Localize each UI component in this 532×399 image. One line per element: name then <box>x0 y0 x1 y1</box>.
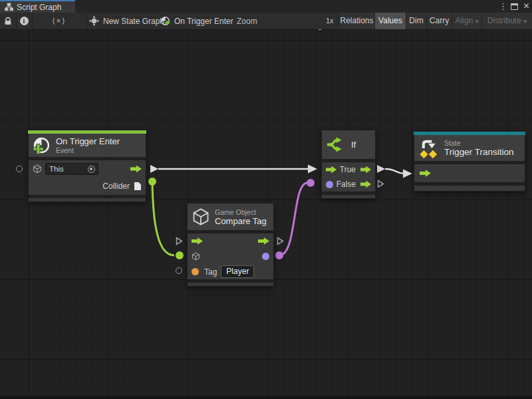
relations-button[interactable]: Relations <box>338 13 374 29</box>
new-state-graph-label: New State Graph <box>103 17 164 26</box>
align-dropdown[interactable]: Align▾ <box>452 13 481 29</box>
node-title: Compare Tag <box>215 216 267 226</box>
node-title: Trigger Transition <box>444 147 514 157</box>
condition-input-port-icon[interactable] <box>326 181 333 188</box>
code-view-button[interactable]: ⟨×⟩ <box>32 13 86 29</box>
graph-icon <box>5 3 13 11</box>
close-icon[interactable]: ✕ <box>522 0 531 13</box>
game-object-cube-icon <box>192 207 210 226</box>
event-icon <box>160 16 170 26</box>
current-graph-breadcrumb[interactable]: On Trigger Enter <box>160 13 233 29</box>
collider-type-icon[interactable] <box>134 182 142 191</box>
lock-button[interactable] <box>0 13 16 29</box>
state-graph-icon <box>89 16 99 26</box>
node-if[interactable]: If True False <box>321 130 376 199</box>
chevron-down-icon: ▾ <box>475 18 479 25</box>
control-output-port-icon[interactable] <box>130 166 142 173</box>
true-label: True <box>340 165 356 174</box>
node-title: On Trigger Enter <box>56 136 120 146</box>
tab-title: Script Graph <box>17 3 61 12</box>
node-on-trigger-enter[interactable]: On Trigger Enter Event This Collider <box>28 130 146 202</box>
zoom-value: 1x <box>326 13 334 29</box>
unconnected-control-output-port[interactable] <box>377 180 384 188</box>
target-object-field[interactable]: This <box>45 163 98 175</box>
game-object-input-icon[interactable] <box>192 252 200 261</box>
control-input-port-icon[interactable] <box>192 237 203 245</box>
title-bar: Script Graph ⋮ ✕ <box>0 0 532 13</box>
false-output-port-icon[interactable] <box>360 181 371 188</box>
false-label: False <box>336 180 356 189</box>
collider-output-label: Collider <box>102 182 130 191</box>
script-graph-window: Script Graph ⋮ ✕ ⟨×⟩ <box>0 0 532 399</box>
unconnected-control-output-port[interactable] <box>277 237 284 245</box>
control-input-port-icon[interactable] <box>420 170 431 177</box>
node-title: If <box>351 140 356 150</box>
graph-toolbar: ⟨×⟩ New State Graph On Trigger Enter <box>0 13 532 30</box>
node-footer <box>28 198 146 202</box>
tab-script-graph[interactable]: Script Graph <box>0 0 75 13</box>
tag-label: Tag <box>204 267 217 277</box>
values-button[interactable]: Values <box>374 13 406 29</box>
node-footer <box>414 185 525 192</box>
branch-icon <box>327 136 345 153</box>
carry-button[interactable]: Carry <box>426 13 452 29</box>
info-icon <box>20 17 29 25</box>
node-subtitle: Game Object <box>215 208 267 216</box>
event-icon <box>33 136 51 154</box>
node-subtitle: State <box>444 139 514 147</box>
code-icon: ⟨×⟩ <box>52 17 66 25</box>
unconnected-input-port[interactable] <box>16 166 23 172</box>
game-object-cube-icon <box>33 164 42 174</box>
node-footer <box>321 194 376 199</box>
tag-input-port-icon[interactable] <box>192 268 199 275</box>
bool-output-port-icon[interactable] <box>262 253 269 260</box>
object-picker-icon[interactable] <box>88 166 95 173</box>
window-menu-icon[interactable]: ⋮ <box>499 0 507 13</box>
true-output-port-icon[interactable] <box>360 166 371 174</box>
unconnected-input-port[interactable] <box>176 267 182 274</box>
node-trigger-transition[interactable]: State Trigger Transition <box>414 132 525 192</box>
new-state-graph-button[interactable]: New State Graph <box>89 13 164 29</box>
canvas-bottom-edge <box>0 396 532 399</box>
maximize-icon[interactable] <box>511 3 518 10</box>
current-graph-label: On Trigger Enter <box>174 17 233 26</box>
dim-button[interactable]: Dim <box>406 13 426 29</box>
control-input-port-icon[interactable] <box>326 166 336 174</box>
info-button[interactable] <box>16 13 32 29</box>
chevron-down-icon: ▾ <box>524 18 527 25</box>
graph-canvas[interactable]: On Trigger Enter Event This Collider <box>0 30 532 399</box>
distribute-dropdown[interactable]: Distribute▾ <box>481 13 532 29</box>
unconnected-control-input-port[interactable] <box>176 237 183 245</box>
node-compare-tag[interactable]: Game Object Compare Tag <box>187 203 274 287</box>
lock-icon <box>4 17 12 25</box>
zoom-label: Zoom <box>237 13 257 29</box>
control-output-port-icon[interactable] <box>258 237 269 245</box>
node-footer <box>187 282 274 287</box>
state-transition-icon <box>419 137 440 160</box>
tag-value-field[interactable]: Player <box>221 265 254 278</box>
node-subtitle: Event <box>56 146 120 154</box>
